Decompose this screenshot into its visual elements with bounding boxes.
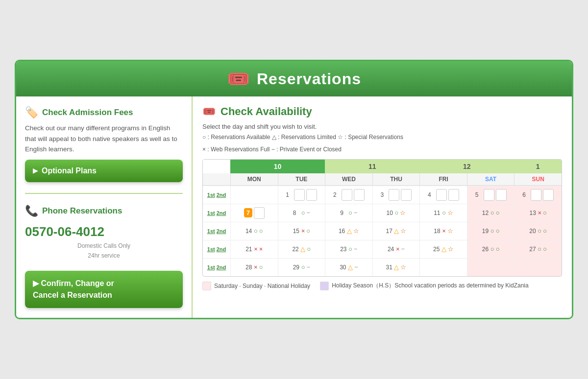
cross-sym: × (538, 209, 541, 216)
cell-r3-fri[interactable]: 18 × ☆ (419, 222, 467, 240)
circle-sym: ○ (301, 209, 305, 216)
week-10[interactable]: 10 (230, 160, 325, 173)
cell-box (401, 189, 412, 201)
cell-r5-tue[interactable]: 29 ○ − (278, 259, 325, 276)
cell-r2-mon[interactable]: 7 (230, 204, 278, 222)
week-1[interactable]: 1 (514, 160, 562, 173)
legend-item-pink: Saturday · Sunday · National Holiday (202, 282, 310, 290)
cell-r3-sat[interactable]: 19 ○ ○ (467, 222, 514, 240)
shift-2nd-4[interactable]: 2nd (217, 246, 226, 252)
confirm-label: ▶ Confirm, Change orCancel a Reservation (33, 278, 114, 301)
cell-r2-thu[interactable]: 10 ○ ☆ (372, 204, 420, 222)
circle-sym: ○ (348, 245, 352, 253)
dash-sym: − (401, 245, 405, 253)
star-sym: ☆ (400, 263, 406, 271)
shift-2nd-3[interactable]: 2nd (217, 228, 226, 234)
triangle-sym: △ (300, 245, 305, 253)
cell-r4-mon[interactable]: 21 × × (230, 240, 278, 258)
dash-sym: − (306, 209, 310, 216)
phone-note2: 24hr service (25, 252, 183, 259)
cell-r4-tue[interactable]: 22 △ ○ (278, 240, 325, 258)
circle-sym: ○ (490, 245, 494, 253)
legend-line2: × : Web Reservations Full − : Private Ev… (202, 144, 562, 154)
optional-plans-button[interactable]: ▶ Optional Plans (25, 160, 183, 182)
cell-r2-tue[interactable]: 8 ○ − (278, 204, 325, 222)
day-thu: THU (372, 173, 420, 185)
shift-labels-3: 1st 2nd (203, 222, 230, 240)
cell-r2-sat[interactable]: 12 ○ ○ (467, 204, 514, 222)
cell-r4-thu[interactable]: 24 × − (372, 240, 420, 258)
availability-title: Check Availability (220, 105, 312, 118)
cell-r2-wed[interactable]: 9 ○ − (325, 204, 372, 222)
cross-sym: × (254, 263, 258, 271)
circle-sym: ○ (496, 227, 500, 235)
cell-r5-fri (419, 259, 467, 276)
cell-r1-tue[interactable]: 1 (278, 186, 325, 204)
cell-r3-mon[interactable]: 14 ○ ○ (230, 222, 278, 240)
page-title: Reservations (257, 70, 361, 88)
circle-sym: ○ (254, 227, 258, 235)
week-11[interactable]: 11 (325, 160, 419, 173)
cell-r3-wed[interactable]: 16 △ ☆ (325, 222, 372, 240)
shift-2nd-2[interactable]: 2nd (217, 210, 226, 216)
shift-1st-3[interactable]: 1st (207, 228, 215, 234)
cell-r1-sun[interactable]: 6 (514, 186, 562, 204)
circle-sym: ○ (490, 209, 494, 216)
admission-icon: 🏷️ (25, 106, 38, 119)
cell-r4-sun[interactable]: 27 ○ ○ (514, 240, 562, 258)
triangle-sym: △ (394, 263, 399, 271)
phone-note1: Domestic Calls Only (25, 242, 183, 249)
day-sun: SUN (514, 173, 562, 185)
cross-sym: × (259, 245, 263, 253)
admission-header: 🏷️ Check Admission Fees (25, 106, 183, 119)
week-12[interactable]: 12 (419, 160, 514, 173)
cell-r2-fri[interactable]: 11 ○ ☆ (419, 204, 467, 222)
cell-r3-thu[interactable]: 17 △ ☆ (372, 222, 420, 240)
star-sym: ☆ (447, 209, 453, 216)
shift-1st-4[interactable]: 1st (207, 246, 215, 252)
cal-row-1: 1st 2nd 1 2 3 (203, 186, 562, 204)
cell-r2-sun[interactable]: 13 × ○ (514, 204, 562, 222)
calendar: 10 11 12 1 MON TUE WED THU FRI SAT SUN (202, 159, 562, 277)
cell-r5-thu[interactable]: 31 △ ☆ (372, 259, 420, 276)
cell-r5-mon[interactable]: 28 × ○ (230, 259, 278, 276)
circle-sym: ○ (307, 245, 311, 253)
cell-r4-sat[interactable]: 26 ○ ○ (467, 240, 514, 258)
cell-box (531, 189, 541, 201)
triangle-sym: △ (348, 263, 353, 271)
shift-2nd-5[interactable]: 2nd (217, 264, 226, 270)
cell-box (496, 189, 507, 201)
triangle-sym: △ (394, 227, 399, 235)
cell-r1-thu[interactable]: 3 (372, 186, 420, 204)
confirm-button[interactable]: ▶ Confirm, Change orCancel a Reservation (25, 271, 183, 308)
cell-r3-tue[interactable]: 15 × ○ (278, 222, 325, 240)
circle-sym: ○ (301, 263, 305, 271)
dash-sym: − (306, 263, 310, 271)
shift-2nd-1[interactable]: 2nd (217, 192, 226, 198)
cell-box (306, 189, 317, 201)
circle-sym: ○ (496, 245, 500, 253)
cell-r4-wed[interactable]: 23 ○ − (325, 240, 372, 258)
cell-box (543, 189, 554, 201)
arrow-icon: ▶ (33, 167, 38, 174)
cell-r1-wed[interactable]: 2 (325, 186, 372, 204)
main-container: 🎟️ Reservations 🏷️ Check Admission Fees … (15, 60, 573, 319)
cell-r1-fri[interactable]: 4 (419, 186, 467, 204)
circle-sym: ○ (496, 209, 500, 216)
admission-title: Check Admission Fees (42, 108, 133, 118)
cross-sym: × (442, 227, 446, 235)
shift-labels-1: 1st 2nd (203, 186, 230, 204)
cell-r1-sat[interactable]: 5 (467, 186, 514, 204)
cal-row-3: 1st 2nd 14 ○ ○ 15 × ○ 16 △ (203, 222, 562, 240)
day-header-row: MON TUE WED THU FRI SAT SUN (203, 173, 562, 186)
star-sym: ☆ (353, 227, 359, 235)
shift-1st-1[interactable]: 1st (207, 192, 215, 198)
cross-sym: × (396, 245, 400, 253)
phone-icon: 📞 (25, 205, 38, 217)
shift-1st-5[interactable]: 1st (207, 264, 215, 270)
cell-r5-wed[interactable]: 30 △ − (325, 259, 372, 276)
cell-box (294, 189, 305, 201)
shift-1st-2[interactable]: 1st (207, 210, 215, 216)
cell-r3-sun[interactable]: 20 ○ ○ (514, 222, 562, 240)
cell-r4-fri[interactable]: 25 △ ☆ (419, 240, 467, 258)
